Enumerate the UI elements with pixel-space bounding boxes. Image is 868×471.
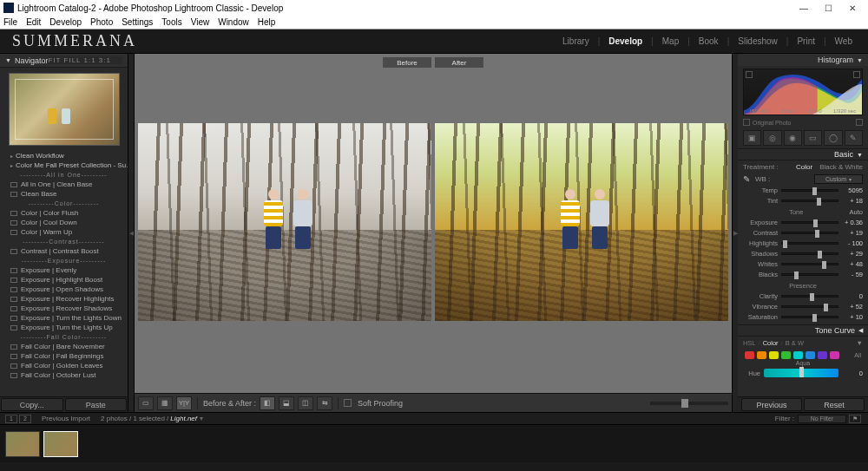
preset-item[interactable]: Exposure | Evenly <box>0 265 128 275</box>
wb-eyedropper-icon[interactable]: ✎ <box>743 174 752 184</box>
ba-swap-button[interactable]: ⇆ <box>317 396 332 410</box>
histogram-header[interactable]: Histogram ▼ <box>738 54 868 66</box>
treatment-color[interactable]: Color <box>796 163 812 171</box>
menu-settings[interactable]: Settings <box>122 17 153 27</box>
vibrance-slider[interactable]: Vibrance+ 52 <box>738 301 868 311</box>
hsl-tab-bw[interactable]: B & W <box>786 339 804 350</box>
clarity-slider[interactable]: Clarity0 <box>738 291 868 301</box>
soft-proofing-checkbox[interactable] <box>344 399 352 407</box>
menu-photo[interactable]: Photo <box>90 17 113 27</box>
window-maximize-button[interactable]: ☐ <box>816 3 840 13</box>
navigator-thumbnail[interactable] <box>9 73 120 146</box>
preset-item[interactable]: Fall Color | Bare November <box>0 342 128 351</box>
thumbnail-size-slider[interactable] <box>650 402 728 405</box>
preset-folder[interactable]: ▸Color Me Fall Preset Collection - Su... <box>0 160 128 170</box>
highlights-slider[interactable]: Highlights- 100 <box>738 238 868 248</box>
tint-slider[interactable]: Tint+ 18 <box>738 195 868 206</box>
hsl-color-swatch[interactable] <box>745 351 754 359</box>
hsl-color-swatch[interactable] <box>793 351 803 359</box>
ba-leftright-button[interactable]: ◧ <box>260 396 275 410</box>
whites-slider[interactable]: Whites+ 48 <box>738 258 868 269</box>
module-map[interactable]: Map <box>659 36 682 46</box>
histogram-display[interactable]: ISO 40035 mm f / 2.01/320 sec <box>743 69 863 115</box>
after-photo[interactable] <box>435 123 728 321</box>
original-photo-checkbox[interactable] <box>743 119 750 126</box>
hsl-tab-hsl[interactable]: HSL <box>743 339 756 350</box>
paste-button[interactable]: Paste <box>65 398 128 411</box>
preset-item[interactable]: All in One | Clean Base <box>0 180 128 189</box>
panel-switch-icon[interactable] <box>856 119 863 126</box>
hsl-color-swatch[interactable] <box>769 351 779 359</box>
source-label[interactable]: Previous Import <box>42 415 90 422</box>
gradient-tool-button[interactable]: ▭ <box>804 130 822 146</box>
spot-tool-button[interactable]: ◎ <box>763 130 781 146</box>
filmstrip-thumbnail[interactable] <box>5 431 40 457</box>
hsl-color-swatch[interactable] <box>757 351 766 359</box>
preset-item[interactable]: Color | Color Flush <box>0 208 128 218</box>
preset-item[interactable]: Clean Base <box>0 189 128 199</box>
second-window-button[interactable]: 1 <box>5 415 17 423</box>
module-slideshow[interactable]: Slideshow <box>734 36 781 46</box>
filter-lock-icon[interactable]: ⚑ <box>849 415 861 423</box>
preset-item[interactable]: Color | Warm Up <box>0 227 128 237</box>
module-book[interactable]: Book <box>695 36 722 46</box>
menu-file[interactable]: File <box>3 17 17 27</box>
hue-slider[interactable] <box>764 369 838 377</box>
hsl-color-swatch[interactable] <box>818 351 827 359</box>
preset-item[interactable]: Exposure | Open Shadows <box>0 285 128 294</box>
filmstrip-thumbnail-selected[interactable] <box>43 431 78 457</box>
temp-slider[interactable]: Temp5095 <box>738 185 868 195</box>
filter-dropdown[interactable]: No Filter <box>798 415 846 423</box>
hsl-color-swatch[interactable] <box>830 351 839 359</box>
basic-panel-header[interactable]: Basic▼ <box>738 148 868 160</box>
redeye-tool-button[interactable]: ◉ <box>784 130 802 146</box>
grid-view-button[interactable]: ▦ <box>157 396 173 410</box>
hsl-tab-color[interactable]: Color <box>763 339 779 350</box>
preset-item[interactable]: Contrast | Contrast Boost <box>0 246 128 256</box>
preset-folder[interactable]: ▸Clean Workflow <box>0 151 128 160</box>
filmstrip[interactable] <box>0 424 868 462</box>
contrast-slider[interactable]: Contrast+ 19 <box>738 227 868 238</box>
preset-item[interactable]: Exposure | Turn the Lights Down <box>0 313 128 323</box>
treatment-bw[interactable]: Black & White <box>819 163 863 171</box>
preset-item[interactable]: Fall Color | Golden Leaves <box>0 361 128 370</box>
module-print[interactable]: Print <box>793 36 819 46</box>
exposure-slider[interactable]: Exposure+ 0.36 <box>738 217 868 227</box>
blacks-slider[interactable]: Blacks- 59 <box>738 269 868 279</box>
wb-dropdown[interactable]: Custom ▾ <box>814 174 863 184</box>
preset-item[interactable]: Exposure | Recover Highlights <box>0 294 128 304</box>
preset-item[interactable]: Exposure | Highlight Boost <box>0 275 128 285</box>
menu-develop[interactable]: Develop <box>49 17 82 27</box>
reset-button[interactable]: Reset <box>804 398 865 411</box>
module-library[interactable]: Library <box>559 36 593 46</box>
module-develop[interactable]: Develop <box>605 36 646 46</box>
preset-item[interactable]: Exposure | Recover Shadows <box>0 304 128 313</box>
auto-tone-button[interactable]: Auto <box>850 208 863 216</box>
before-after-button[interactable]: Y|Y <box>176 396 192 410</box>
window-close-button[interactable]: ✕ <box>840 3 865 13</box>
copy-button[interactable]: Copy... <box>1 398 63 411</box>
navigator-zoom-modes[interactable]: FIT FILL 1:1 3:1 <box>48 56 122 64</box>
hsl-color-swatch[interactable] <box>806 351 815 359</box>
before-photo[interactable] <box>138 123 431 321</box>
window-minimize-button[interactable]: — <box>792 3 816 13</box>
preset-item[interactable]: Fall Color | October Lust <box>0 370 128 380</box>
ba-split-button[interactable]: ◫ <box>298 396 313 410</box>
preset-item[interactable]: Exposure | Turn the Lights Up <box>0 323 128 332</box>
crop-tool-button[interactable]: ▣ <box>743 130 761 146</box>
menu-help[interactable]: Help <box>258 17 276 27</box>
loupe-view-button[interactable]: ▭ <box>138 396 154 410</box>
menu-view[interactable]: View <box>191 17 210 27</box>
brush-tool-button[interactable]: ✎ <box>845 130 863 146</box>
radial-tool-button[interactable]: ◯ <box>824 130 842 146</box>
menu-edit[interactable]: Edit <box>26 17 41 27</box>
menu-window[interactable]: Window <box>218 17 249 27</box>
ba-topbottom-button[interactable]: ⬓ <box>279 396 294 410</box>
hsl-all-button[interactable]: All <box>854 352 861 358</box>
preset-item[interactable]: Fall Color | Fall Beginnings <box>0 351 128 361</box>
previous-button[interactable]: Previous <box>741 398 802 411</box>
navigator-header[interactable]: ▼ Navigator FIT FILL 1:1 3:1 <box>0 54 128 68</box>
shadows-slider[interactable]: Shadows+ 29 <box>738 248 868 258</box>
preset-item[interactable]: Color | Cool Down <box>0 218 128 227</box>
hsl-color-swatch[interactable] <box>781 351 791 359</box>
